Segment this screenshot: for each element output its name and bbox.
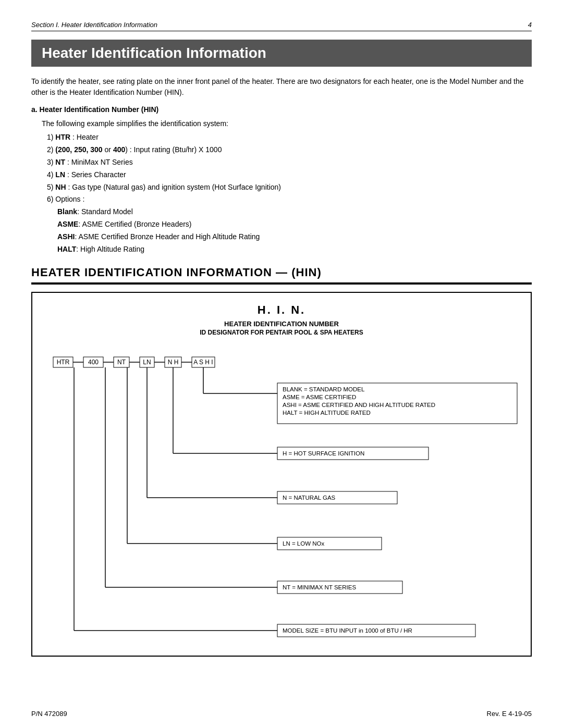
list-item: 4) LN : Series Character: [47, 169, 532, 181]
list-rest: : Heater: [70, 133, 99, 141]
list-items: 1) HTR : Heater 2) (200, 250, 300 or 400…: [31, 131, 532, 255]
hin-section-title: HEATER IDENTIFICATION INFORMATION — (HIN…: [31, 266, 532, 285]
list-bold: NH: [55, 183, 66, 191]
list-rest: : Gas type (Natural gas) and ignition sy…: [66, 183, 281, 191]
diagram-subtitle2: ID DESIGNATOR FOR PENTAIR POOL & SPA HEA…: [43, 329, 520, 336]
list-num: 6): [47, 195, 55, 203]
diagram-subtitle1: HEATER IDENTIFICATION NUMBER: [43, 320, 520, 328]
section-header: Section I. Heater Identification Informa…: [31, 21, 532, 31]
list-bold: NT: [55, 158, 65, 166]
list-rest2: ) : Input rating (Btu/hr) X 1000: [125, 145, 222, 154]
page-number: 4: [528, 21, 532, 29]
svg-text:ASME =  ASME CERTIFIED: ASME = ASME CERTIFIED: [283, 394, 356, 400]
svg-text:ASHI  =  ASME CERTIFIED AND HI: ASHI = ASME CERTIFIED AND HIGH ALTITUDE …: [283, 402, 435, 408]
svg-text:HALT  =  HIGH ALTITUDE RATED: HALT = HIGH ALTITUDE RATED: [283, 410, 371, 416]
svg-text:LN: LN: [143, 359, 151, 366]
hin-diagram: HTR 400 NT LN N H: [43, 352, 520, 644]
footer: P/N 472089 Rev. E 4-19-05: [31, 710, 532, 718]
list-item: 1) HTR : Heater: [47, 131, 532, 144]
list-num: 4): [47, 170, 53, 179]
intro-text: To identify the heater, see rating plate…: [31, 76, 532, 98]
list-bold: LN: [53, 170, 65, 179]
list-item: 2) (200, 250, 300 or 400) : Input rating…: [47, 144, 532, 156]
section-header-text: Section I. Heater Identification Informa…: [31, 21, 157, 29]
svg-text:400: 400: [88, 359, 99, 366]
option-bold: Blank: [57, 207, 77, 216]
list-rest: or: [103, 145, 113, 154]
svg-text:A S H I: A S H I: [193, 359, 213, 366]
svg-text:MODEL SIZE = BTU INPUT in 1000: MODEL SIZE = BTU INPUT in 1000 of BTU / …: [283, 627, 412, 634]
svg-text:BLANK =  STANDARD MODEL: BLANK = STANDARD MODEL: [283, 386, 365, 392]
diagram-svg: HTR 400 NT LN N H: [43, 352, 543, 644]
option-rest: : ASME Certified Bronze Header and High …: [75, 232, 260, 241]
list-num: 5): [47, 183, 55, 191]
svg-text:N = NATURAL GAS: N = NATURAL GAS: [283, 495, 336, 501]
option-item: ASME: ASME Certified (Bronze Headers): [57, 218, 532, 231]
list-bold2: 400: [113, 145, 125, 154]
list-num: 2): [47, 145, 55, 154]
list-rest: : MiniMax NT Series: [65, 158, 133, 166]
list-item: 5) NH : Gas type (Natural gas) and ignit…: [47, 181, 532, 194]
svg-text:HTR: HTR: [57, 359, 70, 366]
svg-text:H = HOT SURFACE IGNITION: H = HOT SURFACE IGNITION: [283, 450, 364, 456]
subsection-a-title: a. Heater Identification Number (HIN): [31, 105, 532, 114]
svg-text:NT = MINIMAX NT SERIES: NT = MINIMAX NT SERIES: [283, 584, 356, 590]
option-bold: ASME: [57, 220, 78, 228]
list-item: 3) NT : MiniMax NT Series: [47, 156, 532, 169]
main-title: Heater Identification Information: [31, 40, 532, 67]
options-block: Blank: Standard Model ASME: ASME Certifi…: [57, 206, 532, 255]
footer-left: P/N 472089: [31, 710, 67, 718]
subsection-a-intro: The following example simplifies the ide…: [42, 118, 532, 129]
list-bold: HTR: [55, 133, 70, 141]
list-rest: : Series Character: [65, 170, 126, 179]
svg-text:LN  =  LOW NOx: LN = LOW NOx: [283, 540, 324, 547]
option-item: Blank: Standard Model: [57, 206, 532, 218]
diagram-box: H. I. N. HEATER IDENTIFICATION NUMBER ID…: [31, 292, 532, 657]
svg-text:NT: NT: [117, 359, 126, 366]
option-item: ASHI: ASME Certified Bronze Header and H…: [57, 231, 532, 243]
svg-text:N H: N H: [168, 359, 179, 366]
option-item: HALT: High Altitude Rating: [57, 243, 532, 256]
option-bold: HALT: [57, 245, 76, 253]
option-rest: : High Altitude Rating: [76, 245, 144, 253]
list-num: 3): [47, 158, 55, 166]
list-item: 6) Options :: [47, 193, 532, 206]
footer-right: Rev. E 4-19-05: [487, 710, 532, 718]
list-rest: Options :: [55, 195, 84, 203]
list-bold: (200, 250, 300: [55, 145, 102, 154]
list-num: 1): [47, 133, 55, 141]
option-bold: ASHI: [57, 232, 75, 241]
diagram-title: H. I. N.: [43, 303, 520, 317]
option-rest: : ASME Certified (Bronze Headers): [78, 220, 191, 228]
page: Section I. Heater Identification Informa…: [0, 0, 563, 728]
option-rest: : Standard Model: [77, 207, 133, 216]
